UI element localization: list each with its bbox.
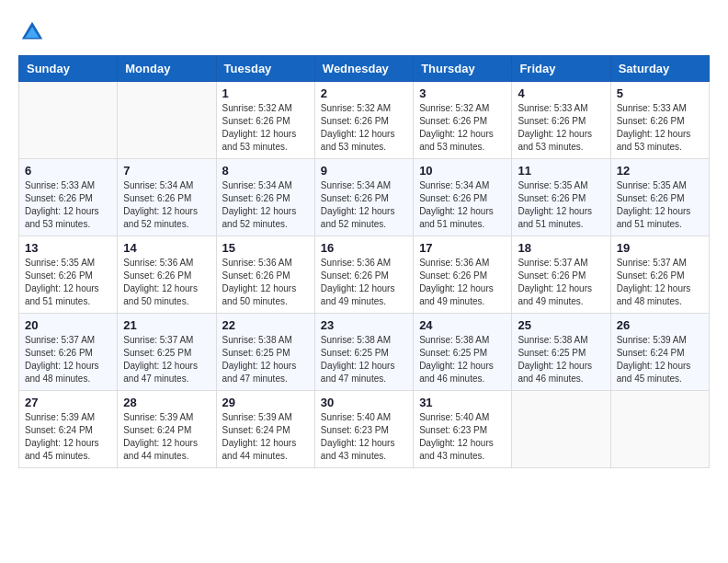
calendar-cell: 18Sunrise: 5:37 AMSunset: 6:26 PMDayligh… (512, 236, 610, 314)
day-number: 7 (123, 164, 210, 178)
weekday-header: Saturday (610, 56, 709, 82)
calendar-cell: 31Sunrise: 5:40 AMSunset: 6:23 PMDayligh… (414, 391, 512, 468)
day-info: Sunrise: 5:34 AMSunset: 6:26 PMDaylight:… (123, 179, 210, 231)
calendar-cell (118, 82, 216, 159)
calendar-cell: 10Sunrise: 5:34 AMSunset: 6:26 PMDayligh… (414, 159, 512, 236)
day-info: Sunrise: 5:34 AMSunset: 6:26 PMDaylight:… (222, 179, 309, 231)
day-info: Sunrise: 5:35 AMSunset: 6:26 PMDaylight:… (617, 179, 703, 231)
day-info: Sunrise: 5:34 AMSunset: 6:26 PMDaylight:… (419, 179, 506, 231)
day-info: Sunrise: 5:33 AMSunset: 6:26 PMDaylight:… (518, 102, 604, 154)
day-info: Sunrise: 5:32 AMSunset: 6:26 PMDaylight:… (419, 102, 506, 154)
day-number: 20 (25, 318, 111, 332)
calendar-header-row: SundayMondayTuesdayWednesdayThursdayFrid… (19, 56, 710, 82)
day-number: 30 (321, 396, 407, 409)
day-info: Sunrise: 5:38 AMSunset: 6:25 PMDaylight:… (419, 334, 506, 385)
day-info: Sunrise: 5:33 AMSunset: 6:26 PMDaylight:… (25, 179, 111, 231)
day-number: 13 (25, 241, 111, 255)
day-number: 6 (25, 164, 111, 178)
day-number: 4 (518, 86, 604, 100)
day-info: Sunrise: 5:39 AMSunset: 6:24 PMDaylight:… (617, 334, 703, 385)
calendar-cell: 23Sunrise: 5:38 AMSunset: 6:25 PMDayligh… (314, 314, 413, 391)
day-info: Sunrise: 5:32 AMSunset: 6:26 PMDaylight:… (222, 102, 309, 154)
day-info: Sunrise: 5:35 AMSunset: 6:26 PMDaylight:… (518, 179, 604, 231)
calendar-cell: 20Sunrise: 5:37 AMSunset: 6:26 PMDayligh… (19, 314, 118, 391)
calendar-cell: 3Sunrise: 5:32 AMSunset: 6:26 PMDaylight… (414, 82, 512, 159)
day-number: 15 (222, 241, 309, 255)
day-number: 10 (419, 164, 506, 178)
calendar-week-row: 6Sunrise: 5:33 AMSunset: 6:26 PMDaylight… (19, 159, 710, 236)
day-number: 23 (321, 318, 407, 332)
day-info: Sunrise: 5:36 AMSunset: 6:26 PMDaylight:… (321, 257, 407, 308)
day-number: 27 (25, 396, 111, 409)
day-number: 12 (617, 164, 703, 178)
calendar-cell: 30Sunrise: 5:40 AMSunset: 6:23 PMDayligh… (314, 391, 413, 468)
calendar-cell: 28Sunrise: 5:39 AMSunset: 6:24 PMDayligh… (118, 391, 216, 468)
calendar-cell: 13Sunrise: 5:35 AMSunset: 6:26 PMDayligh… (19, 236, 118, 314)
calendar-cell: 16Sunrise: 5:36 AMSunset: 6:26 PMDayligh… (314, 236, 413, 314)
day-info: Sunrise: 5:38 AMSunset: 6:25 PMDaylight:… (518, 334, 604, 385)
day-info: Sunrise: 5:40 AMSunset: 6:23 PMDaylight:… (321, 411, 407, 463)
calendar-cell: 22Sunrise: 5:38 AMSunset: 6:25 PMDayligh… (216, 314, 314, 391)
day-info: Sunrise: 5:37 AMSunset: 6:26 PMDaylight:… (25, 334, 111, 385)
day-number: 5 (617, 86, 703, 100)
calendar-cell: 5Sunrise: 5:33 AMSunset: 6:26 PMDaylight… (610, 82, 709, 159)
day-number: 26 (617, 318, 703, 332)
weekday-header: Friday (512, 56, 610, 82)
calendar-week-row: 20Sunrise: 5:37 AMSunset: 6:26 PMDayligh… (19, 314, 710, 391)
calendar-cell (19, 82, 118, 159)
day-number: 29 (222, 396, 309, 409)
calendar: SundayMondayTuesdayWednesdayThursdayFrid… (18, 55, 710, 468)
calendar-week-row: 27Sunrise: 5:39 AMSunset: 6:24 PMDayligh… (19, 391, 710, 468)
calendar-cell: 21Sunrise: 5:37 AMSunset: 6:25 PMDayligh… (118, 314, 216, 391)
day-info: Sunrise: 5:32 AMSunset: 6:26 PMDaylight:… (321, 102, 407, 154)
day-info: Sunrise: 5:36 AMSunset: 6:26 PMDaylight:… (222, 257, 309, 308)
day-number: 24 (419, 318, 506, 332)
day-info: Sunrise: 5:33 AMSunset: 6:26 PMDaylight:… (617, 102, 703, 154)
day-number: 22 (222, 318, 309, 332)
calendar-cell: 14Sunrise: 5:36 AMSunset: 6:26 PMDayligh… (118, 236, 216, 314)
calendar-cell: 6Sunrise: 5:33 AMSunset: 6:26 PMDaylight… (19, 159, 118, 236)
logo-icon (18, 18, 46, 46)
calendar-week-row: 1Sunrise: 5:32 AMSunset: 6:26 PMDaylight… (19, 82, 710, 159)
day-number: 31 (419, 396, 506, 409)
calendar-cell: 19Sunrise: 5:37 AMSunset: 6:26 PMDayligh… (610, 236, 709, 314)
weekday-header: Wednesday (314, 56, 413, 82)
day-number: 9 (321, 164, 407, 178)
calendar-cell: 29Sunrise: 5:39 AMSunset: 6:24 PMDayligh… (216, 391, 314, 468)
calendar-cell: 26Sunrise: 5:39 AMSunset: 6:24 PMDayligh… (610, 314, 709, 391)
day-info: Sunrise: 5:36 AMSunset: 6:26 PMDaylight:… (123, 257, 210, 308)
day-number: 8 (222, 164, 309, 178)
calendar-cell (512, 391, 610, 468)
calendar-cell: 24Sunrise: 5:38 AMSunset: 6:25 PMDayligh… (414, 314, 512, 391)
day-info: Sunrise: 5:36 AMSunset: 6:26 PMDaylight:… (419, 257, 506, 308)
day-number: 2 (321, 86, 407, 100)
calendar-cell: 15Sunrise: 5:36 AMSunset: 6:26 PMDayligh… (216, 236, 314, 314)
day-number: 17 (419, 241, 506, 255)
day-info: Sunrise: 5:39 AMSunset: 6:24 PMDaylight:… (123, 411, 210, 463)
day-number: 16 (321, 241, 407, 255)
day-info: Sunrise: 5:37 AMSunset: 6:25 PMDaylight:… (123, 334, 210, 385)
weekday-header: Tuesday (216, 56, 314, 82)
calendar-cell: 8Sunrise: 5:34 AMSunset: 6:26 PMDaylight… (216, 159, 314, 236)
day-number: 11 (518, 164, 604, 178)
day-info: Sunrise: 5:34 AMSunset: 6:26 PMDaylight:… (321, 179, 407, 231)
logo (18, 18, 50, 46)
day-info: Sunrise: 5:37 AMSunset: 6:26 PMDaylight:… (518, 257, 604, 308)
calendar-cell: 27Sunrise: 5:39 AMSunset: 6:24 PMDayligh… (19, 391, 118, 468)
calendar-cell: 1Sunrise: 5:32 AMSunset: 6:26 PMDaylight… (216, 82, 314, 159)
day-info: Sunrise: 5:38 AMSunset: 6:25 PMDaylight:… (222, 334, 309, 385)
calendar-cell: 12Sunrise: 5:35 AMSunset: 6:26 PMDayligh… (610, 159, 709, 236)
weekday-header: Monday (118, 56, 216, 82)
day-number: 14 (123, 241, 210, 255)
weekday-header: Sunday (19, 56, 118, 82)
day-info: Sunrise: 5:39 AMSunset: 6:24 PMDaylight:… (25, 411, 111, 463)
calendar-cell: 7Sunrise: 5:34 AMSunset: 6:26 PMDaylight… (118, 159, 216, 236)
day-number: 28 (123, 396, 210, 409)
calendar-cell: 2Sunrise: 5:32 AMSunset: 6:26 PMDaylight… (314, 82, 413, 159)
calendar-cell: 11Sunrise: 5:35 AMSunset: 6:26 PMDayligh… (512, 159, 610, 236)
calendar-week-row: 13Sunrise: 5:35 AMSunset: 6:26 PMDayligh… (19, 236, 710, 314)
calendar-cell: 25Sunrise: 5:38 AMSunset: 6:25 PMDayligh… (512, 314, 610, 391)
day-number: 25 (518, 318, 604, 332)
day-number: 1 (222, 86, 309, 100)
day-info: Sunrise: 5:37 AMSunset: 6:26 PMDaylight:… (617, 257, 703, 308)
